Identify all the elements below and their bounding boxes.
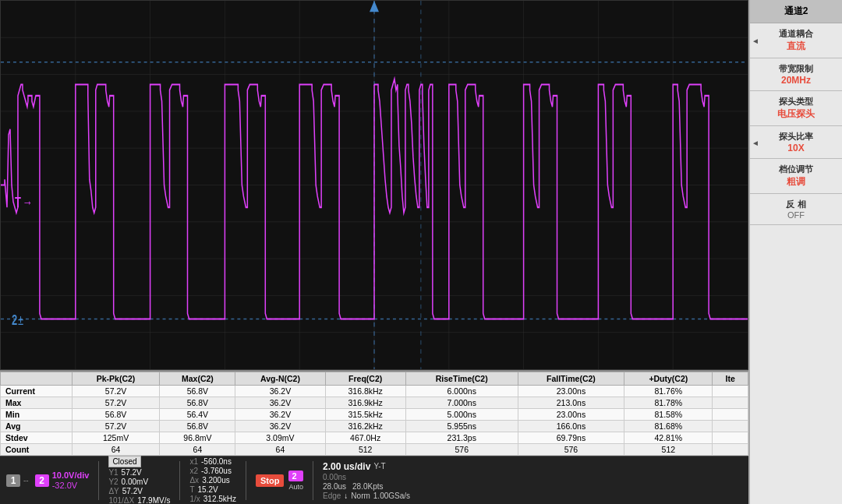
divider3 <box>246 461 246 500</box>
ch1-badge: 1 <box>6 474 20 487</box>
table-cell: 231.3ps <box>405 432 518 444</box>
table-cell: 315.5kHz <box>325 409 405 421</box>
delta-x-value: 3.200us <box>202 476 230 485</box>
ch2-trigger-badge: 2 <box>288 471 303 481</box>
table-cell: 512 <box>325 444 405 456</box>
col-header: Avg-N(C2) <box>235 372 325 386</box>
divider2 <box>179 461 180 500</box>
table-cell: 56.4V <box>160 409 235 421</box>
y2-value: 0.00mV <box>122 478 148 486</box>
table-cell: Max <box>1 397 73 409</box>
stop-badge[interactable]: Stop <box>256 474 284 487</box>
table-cell: Current <box>1 386 73 397</box>
col-header: Freq(C2) <box>325 372 405 386</box>
table-cell: 3.09mV <box>235 432 325 444</box>
time-div-value: 2.00 us/div <box>323 461 370 472</box>
table-cell: Min <box>1 409 73 421</box>
table-cell: 7.000ns <box>405 397 518 409</box>
ch2-info: 10.0V/div -32.0V <box>52 471 90 490</box>
sample-rate: 1.00GSa/s <box>373 492 410 500</box>
right-panel-item-label: 通道耦合 <box>779 28 813 40</box>
right-panel-item-label: 探头类型 <box>779 96 813 107</box>
norm-label: Norm <box>351 492 370 500</box>
table-cell: Stdev <box>1 432 73 444</box>
col-header: Pk-Pk(C2) <box>72 372 160 386</box>
table-cell <box>713 444 748 456</box>
x1-value: -560.0ns <box>201 457 232 466</box>
table-cell: 57.2V <box>72 386 160 397</box>
right-panel-item[interactable]: 反 相OFF <box>750 194 842 225</box>
table-cell: 69.79ns <box>518 432 624 444</box>
right-panel-item-label: 反 相 <box>786 199 805 210</box>
max-label: 101/ΔX <box>108 496 134 504</box>
right-panel-item[interactable]: ◄探头比率10X <box>750 126 842 159</box>
ch1-dash: -- <box>23 476 29 485</box>
table-cell: 57.2V <box>72 421 160 432</box>
edge-label: Edge <box>323 492 341 500</box>
yt-label: Y-T <box>373 462 385 471</box>
table-row: Count646464512576576512 <box>1 444 748 456</box>
divider4 <box>313 461 313 500</box>
table-cell: 56.8V <box>160 397 235 409</box>
table-cell: 96.8mV <box>160 432 235 444</box>
col-header: Ite <box>713 372 748 386</box>
right-panel-item-label: 档位调节 <box>779 164 813 175</box>
table-cell: 56.8V <box>160 421 235 432</box>
table-row: Avg57.2V56.8V36.2V316.2kHz5.955ns166.0ns… <box>1 421 748 432</box>
table-cell: 125mV <box>72 432 160 444</box>
right-panel-item-value: 直流 <box>787 40 805 53</box>
right-panel-item[interactable]: 档位调节粗调 <box>750 159 842 194</box>
col-header <box>1 372 73 386</box>
table-cell <box>713 397 748 409</box>
table-row: Current57.2V56.8V36.2V316.8kHz6.000ns23.… <box>1 386 748 397</box>
x1-label: x1 <box>189 457 198 466</box>
ch2-section: 2 10.0V/div -32.0V <box>35 471 90 490</box>
table-cell: 64 <box>235 444 325 456</box>
right-panel-item-label: 带宽限制 <box>779 63 813 75</box>
right-panel-item[interactable]: ◄通道耦合直流 <box>750 23 842 58</box>
cursor-x-section: x1 -560.0ns x2 -3.760us Δx 3.200us T 15.… <box>189 457 236 503</box>
delta-y-value: 57.2V <box>122 487 143 495</box>
table-cell: 576 <box>518 444 624 456</box>
table-cell: 81.78% <box>624 397 713 409</box>
right-panel-item-value: 10X <box>787 143 804 153</box>
trigger-arrow: ↓ <box>344 492 348 500</box>
table-cell: 6.000ns <box>405 386 518 397</box>
onex-value: 312.5kHz <box>203 495 236 503</box>
divider1 <box>98 461 99 500</box>
ch2-divscale: 10.0V/div <box>52 471 90 480</box>
table-row: Min56.8V56.4V36.2V315.5kHz5.000ns23.00ns… <box>1 409 748 421</box>
col-header: +Duty(C2) <box>624 372 713 386</box>
table-cell <box>713 386 748 397</box>
table-cell <box>713 409 748 421</box>
table-row: Stdev125mV96.8mV3.09mV467.0Hz231.3ps69.7… <box>1 432 748 444</box>
table-cell: 56.8V <box>160 386 235 397</box>
y2-label: Y2 <box>108 478 118 486</box>
table-cell: 81.58% <box>624 409 713 421</box>
status-bar: 1 -- 2 10.0V/div -32.0V Closed Y1 57.2V … <box>0 456 748 504</box>
table-cell: 5.955ns <box>405 421 518 432</box>
ch2-offset: -32.0V <box>52 481 90 490</box>
measurements-table: Pk-Pk(C2)Max(C2)Avg-N(C2)Freq(C2)RiseTim… <box>0 370 748 456</box>
delta-y-label: ΔY <box>108 487 119 495</box>
col-header: FallTime(C2) <box>518 372 624 386</box>
table-cell: 166.0ns <box>518 421 624 432</box>
ch1-section: 1 -- <box>6 474 29 487</box>
table-cell: 23.00ns <box>518 409 624 421</box>
right-panel-item[interactable]: 探头类型电压探头 <box>750 91 842 126</box>
table-cell <box>713 432 748 444</box>
right-panel-item[interactable]: 带宽限制20MHz <box>750 58 842 91</box>
onex-label: 1/x <box>189 495 200 503</box>
table-cell: 316.8kHz <box>325 386 405 397</box>
table-cell: 64 <box>72 444 160 456</box>
time-offset-value: 0.00ns <box>323 473 346 481</box>
table-cell: 36.2V <box>235 409 325 421</box>
table-cell: Avg <box>1 421 73 432</box>
table-cell: 57.2V <box>72 397 160 409</box>
arrow-left-icon: ◄ <box>752 37 759 45</box>
table-cell: Count <box>1 444 73 456</box>
table-cell: 81.76% <box>624 386 713 397</box>
table-cell: 213.0ns <box>518 397 624 409</box>
right-panel-item-value: OFF <box>787 210 805 220</box>
table-cell: 56.8V <box>72 409 160 421</box>
